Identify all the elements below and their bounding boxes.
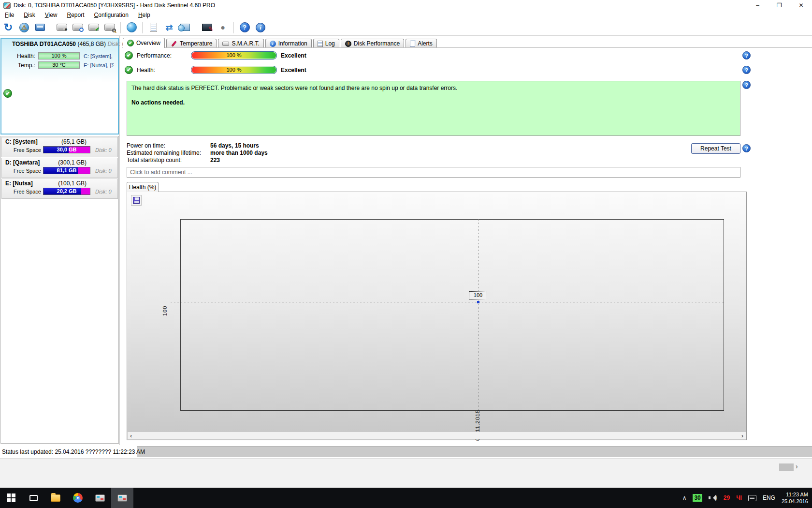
online-status-button[interactable] — [125, 21, 138, 34]
scroll-right-icon[interactable]: › — [741, 432, 743, 439]
background-window-strip: › — [0, 458, 812, 488]
disk-schedule-button[interactable] — [72, 21, 84, 34]
disk-acoustic-button[interactable]: ● — [56, 21, 68, 34]
free-space-label: Free Space — [14, 147, 42, 153]
status-bar: Status last updated: 25.04.2016 ????????… — [0, 445, 812, 458]
disk-warning-icon: ⚠ — [19, 23, 29, 32]
help-button[interactable]: ? — [238, 21, 251, 34]
partition-card-c[interactable]: C: [System] (65,1 GB) Free Space 30,0 GB… — [1, 137, 118, 157]
tray-expand-icon[interactable]: ∧ — [682, 494, 687, 501]
network-button[interactable] — [179, 21, 191, 34]
remaining-lifetime-value: more than 1000 days — [210, 149, 268, 156]
status-help-icon[interactable]: ? — [742, 81, 751, 89]
disk-analyse-button[interactable] — [103, 21, 116, 34]
menu-help[interactable]: Help — [133, 11, 155, 19]
menu-report[interactable]: Report — [62, 11, 89, 19]
chrome-button[interactable] — [67, 488, 89, 508]
monitor-pen-icon: ✎ — [202, 24, 212, 31]
help-icon: ? — [240, 22, 250, 32]
sync-button[interactable]: ⇄ — [163, 21, 175, 34]
repeat-test-help-icon[interactable]: ? — [742, 144, 751, 152]
tab-disk-performance[interactable]: Disk Performance — [341, 39, 404, 48]
chart-data-point — [477, 301, 479, 303]
tab-divider — [122, 47, 812, 48]
remaining-lifetime-label: Estimated remaining lifetime: — [127, 149, 201, 156]
tray-red-label[interactable]: ЧІ — [736, 494, 742, 501]
menu-file[interactable]: File — [0, 11, 19, 19]
network-computer-icon — [180, 24, 190, 31]
tab-log[interactable]: Log — [313, 39, 339, 48]
start-stop-count-label: Total start/stop count: — [127, 157, 182, 164]
chart-tab-health[interactable]: Health (%) — [127, 182, 159, 192]
health-chart-panel: 100 100 08.11.2015 ‹ › — [127, 192, 747, 440]
chart-plot-area — [180, 219, 724, 411]
background-scrollbar-thumb[interactable] — [779, 463, 794, 471]
performance-bar: 100 % — [191, 51, 277, 60]
health-help-icon[interactable]: ? — [742, 66, 751, 74]
disk-size: (465,8 GB) — [77, 41, 106, 47]
report-button[interactable] — [147, 21, 160, 34]
drive-speaker-icon: ● — [57, 24, 67, 31]
health-bar: 100 % — [191, 66, 277, 74]
drive-search-icon — [104, 24, 115, 31]
disk-card[interactable]: TOSHIBA DT01ACA050 (465,8 GB) Disk: 0 ✔ … — [0, 38, 119, 134]
menu-configuration[interactable]: Configuration — [89, 11, 133, 19]
toolbar-separator — [233, 22, 234, 33]
sync-icon: ⇄ — [165, 22, 173, 33]
tab-smart[interactable]: S.M.A.R.T. — [218, 39, 263, 48]
clock-time: 11:23 AM — [782, 491, 808, 498]
tray-temp-green-badge[interactable]: 30 — [693, 494, 702, 502]
comment-input[interactable] — [127, 167, 740, 178]
disk-card-header: TOSHIBA DT01ACA050 (465,8 GB) Disk: 0 — [1, 39, 118, 48]
tray-temp-red-badge[interactable]: 29 — [724, 494, 730, 501]
refresh-button[interactable]: ↻ — [2, 21, 14, 34]
partition-size: (65,1 GB) — [40, 138, 87, 145]
save-chart-button[interactable] — [131, 195, 142, 206]
power-on-time-label: Power on time: — [127, 142, 165, 149]
smart-disk-icon — [222, 42, 229, 46]
tab-overview[interactable]: ✔ Overview — [123, 38, 165, 48]
task-view-button[interactable] — [22, 488, 44, 508]
tab-alerts[interactable]: Alerts — [406, 39, 437, 48]
hdsentinel-pinned-button[interactable] — [89, 488, 111, 508]
scroll-left-icon[interactable]: ‹ — [130, 432, 132, 439]
performance-help-icon[interactable]: ? — [742, 51, 751, 60]
partition-card-e[interactable]: E: [Nutsa] (100,1 GB) Free Space 20,2 GB… — [1, 179, 118, 199]
background-scroll-right-icon[interactable]: › — [796, 463, 798, 470]
taskbar-clock[interactable]: 11:23 AM 25.04.2016 — [782, 491, 808, 505]
drive-clock-icon — [72, 24, 83, 31]
title-bar: Disk: 0, TOSHIBA DT01ACA050 [Y43HX9SBS] … — [0, 0, 812, 11]
menu-view[interactable]: View — [40, 11, 62, 19]
file-explorer-button[interactable] — [44, 488, 67, 508]
hdsentinel-icon — [95, 494, 105, 502]
notification-icon[interactable] — [748, 495, 756, 501]
repeat-test-button[interactable]: Repeat Test — [691, 143, 740, 154]
tab-information[interactable]: i Information — [265, 39, 312, 48]
hdsentinel-active-button[interactable] — [111, 488, 133, 508]
toolbar-separator — [142, 22, 143, 33]
information-icon: i — [270, 41, 276, 47]
partition-card-d[interactable]: D: [Qawtara] (300,1 GB) Free Space 81,1 … — [1, 158, 118, 178]
language-indicator[interactable]: ENG — [763, 494, 775, 501]
about-button[interactable]: i — [254, 21, 267, 34]
performance-rating: Excellent — [281, 52, 306, 59]
disk-partitions-line1: C: [System], D — [84, 53, 114, 59]
partition-size: (100,1 GB) — [40, 180, 87, 187]
menu-disk[interactable]: Disk — [19, 11, 40, 19]
taskbar: ∧ 30 ) 29 ЧІ ENG 11:23 AM 25.04.2016 — [0, 488, 812, 508]
sound-button[interactable]: ● — [217, 21, 229, 34]
start-button[interactable] — [0, 488, 22, 508]
minimize-button[interactable]: – — [747, 0, 768, 11]
close-button[interactable]: ✕ — [790, 0, 812, 11]
volume-icon[interactable]: ) — [709, 494, 717, 501]
disk-display-button[interactable] — [34, 21, 46, 34]
free-space-value: 20,2 GB — [44, 188, 90, 194]
maximize-button[interactable]: ❐ — [768, 0, 790, 11]
sidebar: TOSHIBA DT01ACA050 (465,8 GB) Disk: 0 ✔ … — [0, 36, 120, 445]
chart-scrollbar[interactable]: ‹ › — [128, 432, 746, 439]
health-rating: Excellent — [281, 67, 306, 74]
remote-monitor-button[interactable]: ✎ — [201, 21, 213, 34]
disk-problems-button[interactable]: ⚠ — [18, 21, 30, 34]
disk-test-button[interactable]: ✔ — [87, 21, 100, 34]
tab-temperature[interactable]: Temperature — [166, 39, 217, 48]
